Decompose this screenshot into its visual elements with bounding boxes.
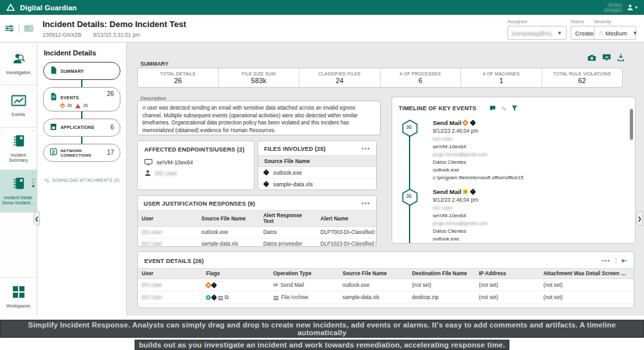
download-icon[interactable] (617, 53, 625, 61)
endpoint-row[interactable]: se\VM-10ex64 (138, 157, 254, 168)
user-avatar-icon[interactable]: ▾ (627, 4, 638, 11)
files-column-header: Source File Name (258, 155, 376, 167)
justification-header-row: UserSource File NameAlert Response TextA… (138, 211, 376, 227)
list-icon: ▤ (218, 295, 223, 301)
column-header[interactable]: Alert Response Text (260, 211, 317, 227)
mail-hexagon-icon: ✉ (401, 188, 419, 244)
gear-icon[interactable]: ○ (32, 171, 34, 175)
sidebar-item-incident-detail[interactable]: ○ ○○● Incident Detail: Demo Incident… (0, 170, 37, 213)
table-row[interactable]: DG User sample-data.xls Datos proveedor … (138, 238, 376, 248)
paperclip-icon[interactable] (500, 102, 507, 114)
ip-cell: (not set) (475, 291, 540, 304)
collapse-left-panel-handle[interactable]: ❮ (33, 211, 40, 226)
stat-label: # OF MACHINES (483, 72, 520, 76)
gear-icon[interactable]: ○ (32, 44, 34, 48)
summary-stat: FILE SIZE SUM 583k (219, 68, 300, 87)
description-textarea[interactable]: A user was detected sending an email wit… (137, 101, 381, 135)
column-header[interactable]: User (138, 269, 202, 279)
workspaces-grid-icon (12, 286, 25, 301)
column-header[interactable]: Operation Type (269, 269, 339, 279)
more-menu-icon[interactable]: ••• (361, 202, 370, 206)
affected-endpoints-card: AFFECTED ENDPOINTS/USERS (2) se\VM-10ex6… (137, 141, 254, 190)
attachment-cell: (not set) (540, 304, 634, 309)
severity-select-group: Severity ⚠ Medium ▼ (594, 19, 636, 40)
operation-cell: ▤File Archive (269, 291, 339, 304)
gear-icon[interactable]: ○ (32, 86, 34, 90)
dock-right-icon[interactable]: ⇤ (621, 257, 627, 265)
summary-stat: TOTAL DETAILS 26 (138, 68, 219, 87)
timeline-event-detail: se\VM-10ex64 (433, 212, 524, 220)
timeline-event-detail: c:\program files\microsoft office\office… (433, 243, 524, 244)
stat-label: TOTAL RULE VIOLATIONS (553, 72, 611, 76)
copy-icon: ⧉ (225, 294, 229, 300)
column-header[interactable]: IP Address (475, 269, 540, 279)
black-tag-icon (470, 189, 477, 195)
justification-table: UserSource File NameAlert Response TextA… (138, 210, 376, 247)
sidebar-item-workspaces[interactable]: Workspaces (0, 277, 37, 316)
ip-cell: (not set) (475, 304, 540, 309)
sidebar-item-investigation[interactable]: ○ Investigation (0, 43, 37, 85)
column-header[interactable]: Flags (202, 269, 269, 279)
camera-icon[interactable] (587, 54, 596, 61)
column-header[interactable]: Attachment Was Detail Screen … (540, 269, 634, 279)
caption-line-1: Simplify Incident Response. Analysts can… (0, 320, 644, 338)
assignee-select[interactable]: jrampwag@mg ▼ (507, 26, 567, 40)
severity-select[interactable]: ⚠ Medium ▼ (594, 26, 636, 40)
topbar-user-info: dickkeystrategies (604, 3, 622, 13)
endpoint-text: se\VM-10ex64 (156, 159, 193, 166)
operation-cell: ❐Application Start (269, 304, 339, 309)
black-tag-icon (263, 181, 270, 188)
timeline-event-detail: jorge.torres@gmail.com (433, 220, 524, 228)
table-row[interactable]: DG User ✉Send Mail outlook.exe (not set)… (138, 279, 634, 291)
collapse-right-panel-handle[interactable]: ❯ (636, 211, 643, 226)
sidebar-item-incident-summary[interactable]: ○ Incident Summary (0, 128, 37, 170)
ip-cell: (not set) (475, 279, 540, 291)
table-row[interactable]: DG User ▤⧉ ▤File Archive sample-data.xls… (138, 291, 634, 304)
stat-value: 26 (174, 77, 182, 84)
column-header[interactable]: Source File Name (339, 269, 408, 279)
user-cell: DG User (138, 279, 202, 291)
attachment-cell: (not set) (540, 279, 634, 291)
file-row[interactable]: sample-data.xls (258, 179, 376, 190)
nav-pill-events[interactable]: EVENTS 26 26 26 (43, 87, 120, 112)
table-row[interactable]: DG User ❐Application Start (not set) (no… (138, 304, 634, 309)
timeline-event-detail: Datos Clientes (433, 228, 524, 235)
timeline-event[interactable]: ✉ Send Mail 9/12/23 2:46:04 pm DG Userse… (401, 119, 635, 182)
source-file-cell: outlook.exe (198, 227, 260, 238)
brand-title: Digital Guardian (20, 4, 77, 12)
sidebar-item-events[interactable]: ○ Events (0, 85, 37, 128)
table-row[interactable]: DG User outlook.exe Datos DLP7003-DI-Cla… (138, 227, 376, 238)
card-view-icon[interactable] (24, 24, 33, 32)
screen-share-icon[interactable] (602, 53, 611, 61)
gear-icon[interactable]: ○ (32, 129, 34, 133)
nav-pill-summary[interactable]: SUMMARY (43, 62, 120, 80)
notebook-icon (12, 134, 25, 150)
download-attachments-link[interactable]: DOWNLOAD ATTACHMENTS (0) (37, 177, 126, 184)
column-header[interactable]: Source File Name (198, 211, 260, 227)
file-row[interactable]: outlook.exe (258, 167, 376, 179)
filter-icon[interactable] (511, 102, 518, 114)
caption-line-2: builds out as you investigate an inciden… (135, 340, 510, 350)
red-triangle-icon (75, 104, 80, 108)
timeline-scrollbar[interactable] (630, 109, 633, 140)
summary-section-label: SUMMARY (140, 61, 169, 67)
nav-pill-network-connections[interactable]: NETWORK CONNECTIONS 17 (43, 144, 120, 162)
endpoint-row[interactable]: DG User (138, 168, 254, 179)
column-header[interactable]: Destination File Name (408, 269, 475, 279)
nav-connector (81, 112, 82, 119)
nav-connector (81, 137, 82, 144)
column-header[interactable]: User (138, 211, 198, 227)
filters-sliders-icon[interactable] (5, 24, 14, 32)
more-menu-icon[interactable]: ••• (601, 259, 611, 263)
timeline-card: TIMELINE OF KEY EVENTS ✉ Send Mail 9/12/… (392, 97, 636, 244)
more-menu-icon[interactable]: ••• (361, 147, 370, 151)
nav-pill-applications[interactable]: APPLICATIONS 6 (43, 119, 120, 137)
timeline-list: ✉ Send Mail 9/12/23 2:46:04 pm DG Userse… (392, 117, 635, 244)
warning-icon: ⚠ (598, 30, 603, 36)
column-header[interactable]: Alert Name (316, 211, 376, 227)
timeline-event[interactable]: ✉ Send Mail 9/12/23 2:46:04 pm DG Userse… (401, 188, 635, 244)
nav-connector (81, 80, 82, 87)
timeline-title: TIMELINE OF KEY EVENTS (399, 105, 477, 112)
severity-label: Severity (594, 19, 636, 24)
comment-icon[interactable] (489, 102, 496, 114)
